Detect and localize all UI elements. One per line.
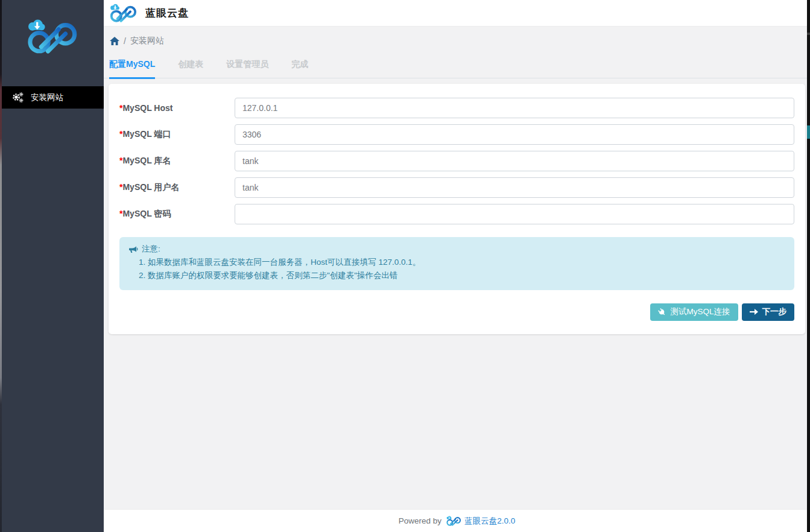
sidebar-logo bbox=[0, 0, 104, 72]
mysql-username-input[interactable] bbox=[235, 177, 794, 198]
test-mysql-connection-button[interactable]: 测试MySQL连接 bbox=[650, 303, 738, 321]
breadcrumb: / 安装网站 bbox=[104, 27, 810, 46]
mysql-host-input[interactable] bbox=[235, 98, 794, 118]
form-row: *MySQL Host bbox=[119, 98, 794, 118]
plug-icon bbox=[658, 308, 666, 316]
mysql-password-input[interactable] bbox=[235, 204, 794, 224]
footer: Powered by 蓝眼云盘2.0.0 bbox=[104, 509, 810, 532]
mysql-config-panel: *MySQL Host *MySQL 端口 *MySQL 库名 *MySQL 用… bbox=[109, 84, 805, 334]
main-area: 蓝眼云盘 / 安装网站 配置MySQL 创建表 设置管理员 完成 *MySQL … bbox=[104, 0, 810, 532]
mysql-database-label: *MySQL 库名 bbox=[119, 156, 235, 166]
arrow-right-icon bbox=[750, 308, 758, 315]
form-row: *MySQL 端口 bbox=[119, 124, 794, 145]
form-row: *MySQL 用户名 bbox=[119, 177, 794, 198]
notice-item: 2. 数据库账户的权限要求要能够创建表，否则第二步"创建表"操作会出错 bbox=[139, 270, 785, 281]
tab-set-admin[interactable]: 设置管理员 bbox=[226, 59, 268, 79]
form-row: *MySQL 密码 bbox=[119, 204, 794, 224]
mysql-database-input[interactable] bbox=[235, 151, 794, 171]
mysql-port-label: *MySQL 端口 bbox=[119, 129, 235, 140]
form-row: *MySQL 库名 bbox=[119, 151, 794, 171]
powered-by-text: Powered by bbox=[399, 516, 441, 525]
tank-logo-icon bbox=[25, 19, 79, 54]
cogs-icon bbox=[12, 92, 24, 103]
tank-logo-icon bbox=[446, 516, 461, 526]
tab-create-tables[interactable]: 创建表 bbox=[178, 59, 203, 79]
next-step-button[interactable]: 下一步 bbox=[742, 303, 795, 321]
tab-finish[interactable]: 完成 bbox=[291, 59, 308, 79]
scrollbar-thumb[interactable] bbox=[807, 125, 810, 139]
window-scrollbar[interactable] bbox=[807, 0, 810, 532]
scrollbar-notch bbox=[807, 33, 810, 35]
sidebar-item-install-site[interactable]: 安装网站 bbox=[0, 86, 104, 109]
mysql-password-label: *MySQL 密码 bbox=[119, 209, 235, 220]
notice-alert: 注意: 1. 如果数据库和蓝眼云盘安装在同一台服务器，Host可以直接填写 12… bbox=[119, 237, 794, 290]
tab-configure-mysql[interactable]: 配置MySQL bbox=[109, 59, 155, 79]
actions-row: 测试MySQL连接 下一步 bbox=[119, 303, 794, 321]
sidebar: 安装网站 bbox=[0, 0, 104, 532]
mysql-host-label: *MySQL Host bbox=[119, 103, 235, 113]
sidebar-item-label: 安装网站 bbox=[31, 92, 63, 103]
tank-logo-icon[interactable] bbox=[109, 4, 138, 22]
bullhorn-icon bbox=[129, 245, 138, 253]
mysql-username-label: *MySQL 用户名 bbox=[119, 182, 235, 193]
notice-item: 1. 如果数据库和蓝眼云盘安装在同一台服务器，Host可以直接填写 127.0.… bbox=[139, 257, 785, 268]
top-header: 蓝眼云盘 bbox=[104, 0, 810, 27]
home-icon[interactable] bbox=[110, 37, 119, 45]
app-title: 蓝眼云盘 bbox=[145, 6, 189, 20]
wizard-tabs: 配置MySQL 创建表 设置管理员 完成 bbox=[104, 59, 810, 78]
mysql-port-input[interactable] bbox=[235, 124, 794, 145]
breadcrumb-current: 安装网站 bbox=[130, 36, 164, 46]
wallpaper-edge bbox=[0, 0, 2, 532]
notice-title: 注意: bbox=[129, 244, 785, 255]
footer-brand-link[interactable]: 蓝眼云盘2.0.0 bbox=[446, 516, 515, 527]
breadcrumb-separator: / bbox=[124, 36, 126, 46]
